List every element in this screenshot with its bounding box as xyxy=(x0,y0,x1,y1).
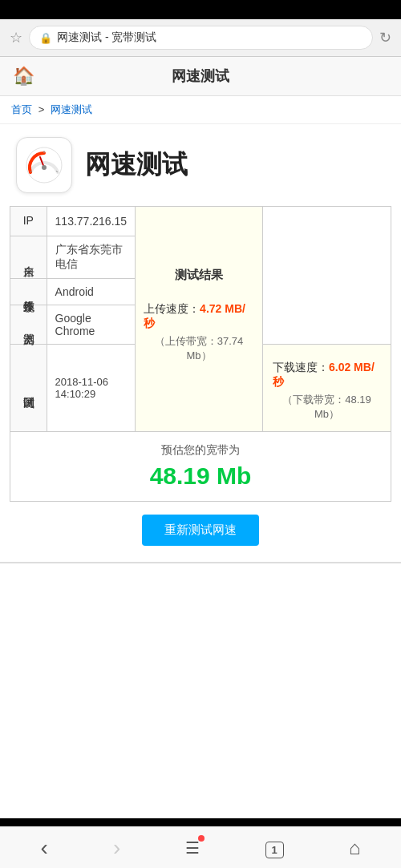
url-bar[interactable]: 🔒 网速测试 - 宽带测试 xyxy=(29,26,373,50)
breadcrumb-current[interactable]: 网速测试 xyxy=(51,103,92,115)
ip-label: IP xyxy=(10,207,47,236)
source-value: 广东省东莞市 电信 xyxy=(47,236,136,278)
result-cell: 测试结果 上传速度：4.72 MB/秒 （上传带宽：37.74 Mb） xyxy=(136,207,263,432)
upload-bandwidth: （上传带宽：37.74 Mb） xyxy=(144,334,254,363)
browser-value: Google Chrome xyxy=(47,305,136,344)
svg-point-5 xyxy=(42,165,47,170)
browser-label: 浏览器 xyxy=(10,305,47,344)
browser-chrome: ☆ 🔒 网速测试 - 宽带测试 ↻ xyxy=(0,19,401,57)
status-bar xyxy=(0,0,401,19)
ip-row: IP 113.77.216.15 测试结果 上传速度：4.72 MB/秒 （上传… xyxy=(10,207,391,236)
app-logo xyxy=(16,137,72,193)
upload-speed-row: 上传速度：4.72 MB/秒 xyxy=(144,302,254,331)
os-value: Android xyxy=(47,278,136,305)
home-nav-button[interactable]: ⌂ xyxy=(336,830,374,866)
breadcrumb: 首页 > 网速测试 xyxy=(0,96,401,124)
summary-label: 预估您的宽带为 xyxy=(22,443,379,458)
testtime-label: 测试时间 xyxy=(10,344,47,431)
web-content: 首页 > 网速测试 网速测试 xyxy=(0,96,401,818)
bookmark-icon[interactable]: ☆ xyxy=(10,29,22,46)
url-text: 网速测试 - 宽带测试 xyxy=(57,30,156,45)
retest-button[interactable]: 重新测试网速 xyxy=(142,515,259,546)
os-label: 操作系统 xyxy=(10,278,47,305)
bottom-nav: ‹ › ☰ 1 ⌂ xyxy=(0,826,401,868)
app-title: 网速测试 xyxy=(172,67,229,86)
source-label: 来自 xyxy=(10,236,47,278)
breadcrumb-home[interactable]: 首页 xyxy=(11,103,32,115)
info-table: IP 113.77.216.15 测试结果 上传速度：4.72 MB/秒 （上传… xyxy=(10,206,391,432)
forward-button[interactable]: › xyxy=(100,829,133,867)
page-header: 网速测试 xyxy=(0,124,401,206)
download-bandwidth: （下载带宽：48.19 Mb） xyxy=(273,393,381,422)
tab-count: 1 xyxy=(265,842,284,858)
tabs-button[interactable]: 1 xyxy=(253,831,297,865)
ip-value: 113.77.216.15 xyxy=(47,207,136,236)
app-header: 🏠 网速测试 xyxy=(0,57,401,96)
result-header: 测试结果 xyxy=(144,268,254,289)
page-title: 网速测试 xyxy=(85,147,188,183)
summary-section: 预估您的宽带为 48.19 Mb xyxy=(10,431,391,502)
lock-icon: 🔒 xyxy=(39,32,52,44)
address-bar: ☆ 🔒 网速测试 - 宽带测试 ↻ xyxy=(0,19,401,56)
notification-badge xyxy=(198,835,205,842)
reload-icon[interactable]: ↻ xyxy=(379,29,391,46)
home-button[interactable]: 🏠 xyxy=(13,66,34,87)
partial-next-section xyxy=(0,562,401,589)
retest-section: 重新测试网速 xyxy=(0,502,401,559)
menu-button[interactable]: ☰ xyxy=(172,832,213,864)
download-speed-row: 下载速度：6.02 MB/秒 xyxy=(273,361,381,390)
breadcrumb-separator: > xyxy=(38,103,47,115)
summary-value: 48.19 Mb xyxy=(22,462,379,490)
back-button[interactable]: ‹ xyxy=(28,829,61,867)
testtime-value: 2018-11-06 14:10:29 xyxy=(47,344,136,431)
download-result-cell: 下载速度：6.02 MB/秒 （下载带宽：48.19 Mb） xyxy=(262,344,391,431)
